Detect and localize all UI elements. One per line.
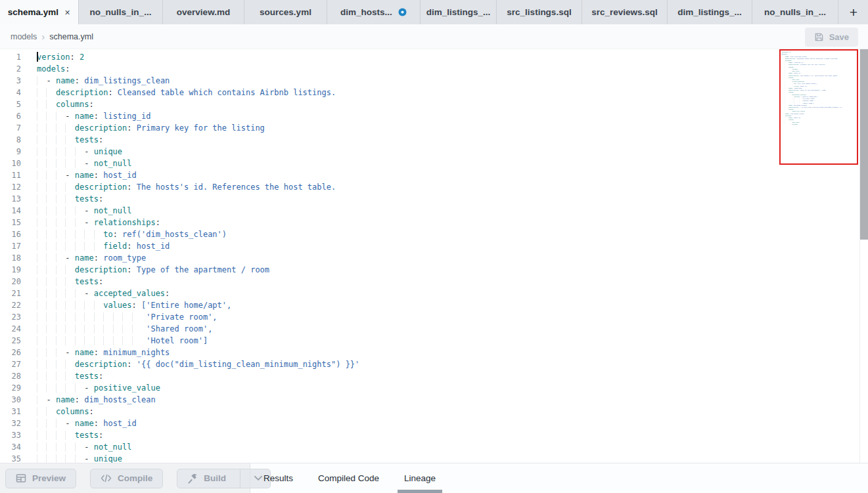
save-button-label: Save bbox=[829, 32, 849, 42]
tab-overview-md[interactable]: overview.md bbox=[163, 0, 244, 24]
code-line-content[interactable]: values: ['Entire home/apt', bbox=[29, 299, 231, 311]
line-number: 16 bbox=[0, 228, 29, 240]
code-line[interactable]: 32 - name: host_id bbox=[0, 418, 868, 429]
line-number: 1 bbox=[0, 51, 29, 63]
code-line-content[interactable]: - positive_value bbox=[29, 382, 160, 394]
code-line-content[interactable]: columns: bbox=[29, 98, 94, 110]
code-line[interactable]: 9 - unique bbox=[0, 146, 868, 158]
code-line-content[interactable]: 'Hotel room'] bbox=[29, 335, 208, 347]
code-line-content[interactable]: models: bbox=[29, 63, 70, 75]
code-line-content[interactable]: - name: dim_hosts_clean bbox=[29, 394, 156, 406]
code-line-content[interactable]: field: host_id bbox=[29, 240, 170, 252]
code-line[interactable]: 12 description: The hosts's id. Referenc… bbox=[0, 181, 868, 193]
code-line-content[interactable]: tests: bbox=[29, 193, 103, 205]
code-line-content[interactable]: description: Type of the apartment / roo… bbox=[29, 264, 269, 276]
close-icon[interactable]: ✕ bbox=[64, 8, 70, 17]
code-line-content[interactable]: - relationships: bbox=[29, 217, 160, 228]
tab-dim-listings-2[interactable]: dim_listings_... bbox=[668, 0, 752, 24]
code-line[interactable]: 22 values: ['Entire home/apt', bbox=[0, 299, 868, 311]
vertical-scrollbar[interactable] bbox=[860, 49, 868, 240]
hammer-icon bbox=[187, 473, 198, 484]
tab-compiled-code[interactable]: Compiled Code bbox=[317, 463, 380, 493]
code-line[interactable]: 24 'Shared room', bbox=[0, 323, 868, 335]
line-number: 34 bbox=[0, 441, 29, 453]
code-line[interactable]: 4 description: Cleansed table which cont… bbox=[0, 87, 868, 98]
tab-sources-yml[interactable]: sources.yml bbox=[244, 0, 327, 24]
code-line-content[interactable]: description: Cleansed table which contai… bbox=[29, 87, 336, 98]
code-line-content[interactable]: version: 2 bbox=[29, 51, 84, 63]
code-line-content[interactable]: - not_null bbox=[29, 158, 132, 169]
code-line-content[interactable]: tests: bbox=[29, 370, 103, 382]
code-line-content[interactable]: - name: host_id bbox=[29, 418, 137, 429]
code-line[interactable]: 23 'Private room', bbox=[0, 311, 868, 323]
code-line[interactable]: 13 tests: bbox=[0, 193, 868, 205]
code-line-content[interactable]: - name: room_type bbox=[29, 252, 146, 264]
code-line-content[interactable]: - not_null bbox=[29, 441, 132, 453]
code-line[interactable]: 21 - accepted_values: bbox=[0, 288, 868, 299]
line-number: 29 bbox=[0, 382, 29, 394]
preview-button[interactable]: Preview bbox=[5, 469, 76, 488]
code-line[interactable]: 5 columns: bbox=[0, 98, 868, 110]
tab-no-nulls-in[interactable]: no_nulls_in_... bbox=[79, 0, 163, 24]
code-line[interactable]: 19 description: Type of the apartment / … bbox=[0, 264, 868, 276]
code-line-content[interactable]: - unique bbox=[29, 453, 122, 463]
tab-schema-yml[interactable]: schema.yml✕ bbox=[0, 0, 79, 24]
code-line[interactable]: 18 - name: room_type bbox=[0, 252, 868, 264]
code-line-content[interactable]: description: '{{ doc("dim_listing_clean_… bbox=[29, 358, 359, 370]
code-line-content[interactable]: tests: bbox=[29, 134, 103, 146]
code-line[interactable]: 10 - not_null bbox=[0, 158, 868, 169]
minimap[interactable]: version: 2models: - name: dim_listings_c… bbox=[779, 49, 858, 165]
code-line-content[interactable]: 'Private room', bbox=[29, 311, 217, 323]
code-line[interactable]: 6 - name: listing_id bbox=[0, 110, 868, 122]
code-line-content[interactable]: columns: bbox=[29, 406, 94, 418]
code-line-content[interactable]: - name: minimum_nights bbox=[29, 347, 170, 358]
tab-src-listings-sql[interactable]: src_listings.sql bbox=[497, 0, 582, 24]
code-line[interactable]: 29 - positive_value bbox=[0, 382, 868, 394]
code-editor[interactable]: 1version: 22models:3 - name: dim_listing… bbox=[0, 49, 868, 463]
code-line[interactable]: 25 'Hotel room'] bbox=[0, 335, 868, 347]
code-line[interactable]: 27 description: '{{ doc("dim_listing_cle… bbox=[0, 358, 868, 370]
line-number: 23 bbox=[0, 311, 29, 323]
save-button[interactable]: Save bbox=[805, 28, 858, 47]
code-line[interactable]: 35 - unique bbox=[0, 453, 868, 463]
code-line-content[interactable]: to: ref('dim_hosts_clean') bbox=[29, 228, 227, 240]
code-line-content[interactable]: - name: dim_listings_clean bbox=[29, 75, 170, 87]
code-line-content[interactable]: description: The hosts's id. References … bbox=[29, 181, 336, 193]
tab-dim-hosts[interactable]: dim_hosts... bbox=[327, 0, 421, 24]
code-line[interactable]: 14 - not_null bbox=[0, 205, 868, 217]
tab-lineage[interactable]: Lineage bbox=[403, 463, 437, 493]
tab-results[interactable]: Results bbox=[262, 463, 294, 493]
tab-src-reviews-sql[interactable]: src_reviews.sql bbox=[582, 0, 668, 24]
code-line[interactable]: 3 - name: dim_listings_clean bbox=[0, 75, 868, 87]
code-line[interactable]: 31 columns: bbox=[0, 406, 868, 418]
line-number: 25 bbox=[0, 335, 29, 347]
code-line[interactable]: 11 - name: host_id bbox=[0, 169, 868, 181]
code-line-content[interactable]: - unique bbox=[29, 146, 122, 158]
new-tab-button[interactable]: + bbox=[838, 0, 868, 24]
tab-no-nulls-in-2[interactable]: no_nulls_in_... bbox=[752, 0, 838, 24]
code-line-content[interactable]: - not_null bbox=[29, 205, 132, 217]
code-line[interactable]: 16 to: ref('dim_hosts_clean') bbox=[0, 228, 868, 240]
code-line[interactable]: 20 tests: bbox=[0, 276, 868, 288]
code-line[interactable]: 26 - name: minimum_nights bbox=[0, 347, 868, 358]
code-line-content[interactable]: - name: host_id bbox=[29, 169, 137, 181]
code-line[interactable]: 2models: bbox=[0, 63, 868, 75]
code-line-content[interactable]: tests: bbox=[29, 276, 103, 288]
code-line[interactable]: 1version: 2 bbox=[0, 51, 868, 63]
compile-button[interactable]: Compile bbox=[90, 469, 163, 488]
code-line[interactable]: 33 tests: bbox=[0, 429, 868, 441]
breadcrumb-parent[interactable]: models bbox=[11, 32, 37, 41]
code-line[interactable]: 15 - relationships: bbox=[0, 217, 868, 228]
code-line[interactable]: 30 - name: dim_hosts_clean bbox=[0, 394, 868, 406]
code-line-content[interactable]: description: Primary key for the listing bbox=[29, 122, 265, 134]
code-line[interactable]: 28 tests: bbox=[0, 370, 868, 382]
code-line-content[interactable]: 'Shared room', bbox=[29, 323, 212, 335]
code-line[interactable]: 34 - not_null bbox=[0, 441, 868, 453]
code-line-content[interactable]: tests: bbox=[29, 429, 103, 441]
code-line[interactable]: 8 tests: bbox=[0, 134, 868, 146]
code-line-content[interactable]: - name: listing_id bbox=[29, 110, 150, 122]
tab-dim-listings[interactable]: dim_listings_... bbox=[421, 0, 497, 24]
code-line-content[interactable]: - accepted_values: bbox=[29, 288, 170, 299]
code-line[interactable]: 7 description: Primary key for the listi… bbox=[0, 122, 868, 134]
code-line[interactable]: 17 field: host_id bbox=[0, 240, 868, 252]
